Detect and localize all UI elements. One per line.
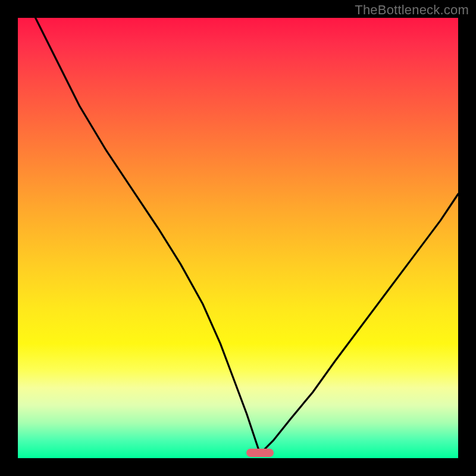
left-curve [36,18,260,454]
chart-frame: TheBottleneck.com [0,0,476,476]
bottleneck-marker [246,449,274,457]
plot-area [18,18,458,458]
curve-layer [18,18,458,458]
watermark-text: TheBottleneck.com [355,2,469,18]
right-curve [260,194,458,454]
